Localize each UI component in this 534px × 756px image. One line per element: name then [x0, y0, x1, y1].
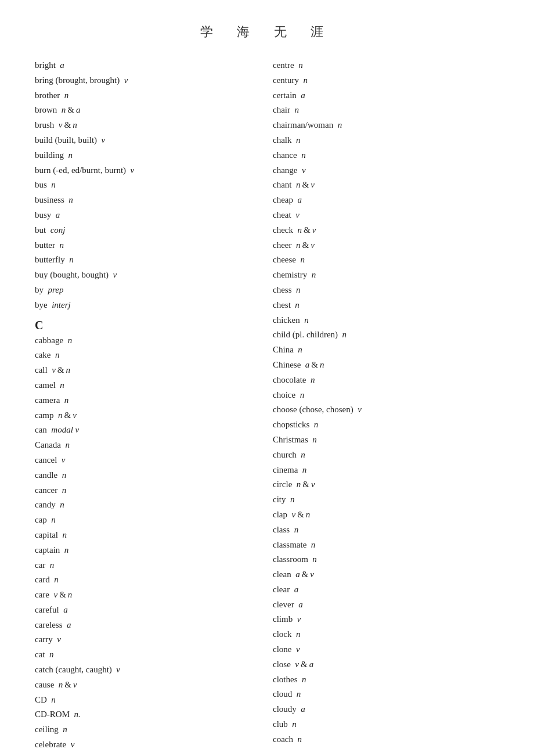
word-entry: Chinese a&n: [273, 358, 499, 373]
section-header: C: [35, 319, 261, 332]
word-text: camel: [35, 380, 56, 390]
pos-tag: v: [358, 405, 362, 414]
word-entry: busy a: [35, 208, 261, 223]
pos-tag: n: [54, 575, 59, 584]
pos-tag: n: [66, 365, 71, 375]
right-column: centre ncentury ncertain achair nchairma…: [273, 58, 499, 756]
word-entry: cheap a: [273, 193, 499, 208]
word-text: child (pl. children): [273, 330, 338, 339]
pos-tag: n: [297, 689, 301, 699]
word-text: by: [35, 285, 44, 294]
word-entry: city n: [273, 492, 499, 507]
word-entry: brown n&a: [35, 103, 261, 118]
pos-tag: n: [51, 515, 56, 524]
pos-tag: n: [303, 75, 308, 85]
word-text: chicken: [273, 315, 300, 325]
ampersand: &: [59, 590, 66, 599]
word-entry: cheese n: [273, 253, 499, 268]
word-text: cheese: [273, 255, 296, 264]
word-text: building: [35, 150, 64, 160]
pos-tag: v: [62, 455, 66, 465]
pos-tag: n: [306, 510, 311, 519]
pos-tag: v: [57, 635, 61, 644]
word-entry: call v&n: [35, 363, 261, 378]
left-column: bright abring (brought, brought) vbrothe…: [35, 58, 273, 756]
word-entry: Canada n: [35, 438, 261, 453]
pos-tag: a: [63, 605, 68, 614]
word-entry: bus n: [35, 178, 261, 193]
word-entry: butter n: [35, 238, 261, 253]
pos-tag: n: [300, 255, 305, 264]
word-text: cancer: [35, 485, 57, 495]
pos-tag: n: [301, 150, 306, 160]
word-entry: camel n: [35, 378, 261, 393]
word-entry: bring (brought, brought) v: [35, 73, 261, 88]
word-text: cheat: [273, 210, 291, 219]
pos-tag: n: [312, 435, 317, 444]
word-text: brother: [35, 91, 60, 100]
pos-tag: n: [51, 180, 56, 189]
pos-tag: a: [60, 60, 64, 70]
word-entry: cent n: [35, 753, 261, 756]
word-text: chopsticks: [273, 420, 309, 429]
word-text: build (built, built): [35, 135, 97, 145]
pos-tag: n: [311, 540, 316, 549]
word-text: chess: [273, 285, 292, 294]
word-text: cloud: [273, 689, 292, 699]
word-text: change: [273, 165, 297, 175]
pos-tag: v: [295, 660, 299, 669]
pos-tag: prep: [48, 285, 64, 294]
pos-tag: n: [300, 390, 305, 399]
pos-tag: v: [295, 210, 300, 219]
pos-tag: n: [68, 195, 73, 204]
word-entry: chemistry n: [273, 268, 499, 283]
pos-tag: n: [59, 680, 63, 689]
word-text: captain: [35, 545, 60, 555]
word-text: carry: [35, 635, 53, 644]
pos-tag: n: [60, 500, 64, 509]
word-entry: bye interj: [35, 298, 261, 313]
word-entry: catch (caught, caught) v: [35, 663, 261, 678]
word-text: candy: [35, 500, 56, 509]
pos-tag: a: [298, 600, 303, 609]
word-text: car: [35, 560, 45, 570]
word-entry: ceiling n: [35, 722, 261, 737]
pos-tag: v: [124, 75, 128, 85]
pos-tag: n: [312, 270, 316, 279]
ampersand: &: [302, 570, 309, 579]
pos-tag: n: [320, 360, 324, 369]
word-entry: chopsticks n: [273, 417, 499, 433]
word-text: butter: [35, 240, 55, 250]
word-text: careful: [35, 605, 59, 614]
page-title: 学 海 无 涯: [35, 23, 499, 41]
pos-tag: a: [301, 704, 305, 714]
word-entry: chicken n: [273, 313, 499, 328]
word-entry: chair n: [273, 103, 499, 118]
word-text: cinema: [273, 465, 298, 474]
word-entry: brother n: [35, 88, 261, 103]
word-text: clock: [273, 629, 291, 639]
word-entry: China n: [273, 343, 499, 358]
word-text: climb: [273, 614, 293, 624]
pos-tag: n: [60, 380, 64, 390]
pos-tag: n: [297, 735, 302, 744]
word-entry: careless a: [35, 618, 261, 633]
ampersand: &: [302, 240, 309, 250]
pos-tag: n: [312, 555, 317, 564]
pos-tag: v: [291, 510, 295, 519]
word-text: can: [35, 425, 47, 434]
word-entry: chess n: [273, 283, 499, 298]
word-entry: cloudy a: [273, 702, 499, 717]
pos-tag: v: [52, 365, 56, 375]
pos-tag: n: [311, 375, 315, 384]
pos-tag: a: [301, 91, 305, 100]
pos-tag: n: [64, 91, 69, 100]
word-text: club: [273, 719, 288, 729]
word-text: chest: [273, 300, 291, 309]
word-entry: cinema n: [273, 463, 499, 478]
word-entry: building n: [35, 148, 261, 163]
word-text: choose (chose, chosen): [273, 405, 353, 414]
word-text: China: [273, 345, 294, 354]
word-text: buy (bought, bought): [35, 270, 109, 279]
word-entry: cabbage n: [35, 333, 261, 348]
